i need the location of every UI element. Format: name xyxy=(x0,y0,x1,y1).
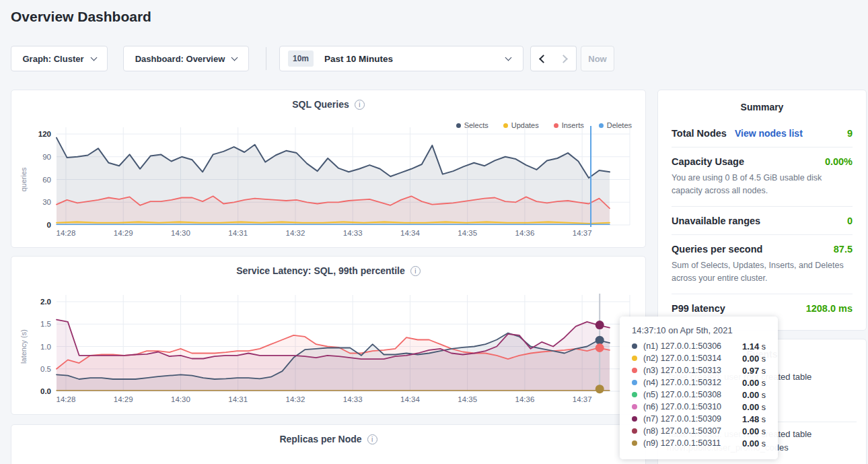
chevron-left-icon xyxy=(539,55,548,63)
chevron-down-icon xyxy=(505,54,512,61)
svg-text:14:35: 14:35 xyxy=(458,395,477,403)
tooltip-node-value: 1.48 s xyxy=(742,414,766,424)
summary-row-label: P99 latency xyxy=(672,303,725,314)
tooltip-node-value: 0.00 s xyxy=(742,426,766,436)
summary-row: Unavailable ranges0 xyxy=(672,206,853,234)
time-prev-button[interactable] xyxy=(530,46,554,71)
svg-text:queries: queries xyxy=(20,167,28,192)
service-latency-chart[interactable]: 0.00.51.01.52.014:2814:2914:3014:3114:32… xyxy=(11,257,645,414)
graph-scope-dropdown-label: Graph: Cluster xyxy=(22,54,83,64)
time-range-dropdown[interactable]: 10m Past 10 Minutes xyxy=(279,46,523,71)
svg-text:latency (s): latency (s) xyxy=(20,329,28,364)
node-color-dot-icon xyxy=(632,343,637,349)
svg-text:120: 120 xyxy=(38,130,51,138)
tooltip-node-label: (n5) 127.0.0.1:50308 xyxy=(643,390,721,399)
tooltip-row: (n7) 127.0.0.1:503091.48 s xyxy=(632,413,766,425)
summary-row-value: 87.5 xyxy=(834,244,853,255)
node-color-dot-icon xyxy=(632,404,637,409)
toolbar-divider xyxy=(266,47,266,70)
svg-text:14:30: 14:30 xyxy=(171,395,190,403)
summary-row-line: Unavailable ranges0 xyxy=(672,216,853,226)
summary-panel: Summary Total NodesView nodes list9Capac… xyxy=(657,90,867,331)
summary-row-value: 1208.0 ms xyxy=(806,303,853,314)
svg-text:1.0: 1.0 xyxy=(40,343,51,351)
tooltip-node-label: (n3) 127.0.0.1:50313 xyxy=(643,366,721,375)
page-title: Overview Dashboard xyxy=(11,9,151,25)
svg-text:14:37: 14:37 xyxy=(573,395,592,403)
time-range-badge: 10m xyxy=(288,51,314,67)
svg-text:90: 90 xyxy=(42,153,51,161)
tooltip-node-label: (n7) 127.0.0.1:50309 xyxy=(643,414,721,424)
tooltip-rows: (n1) 127.0.0.1:503061.14 s(n2) 127.0.0.1… xyxy=(632,340,766,449)
info-icon[interactable]: i xyxy=(367,434,377,444)
svg-text:14:34: 14:34 xyxy=(400,395,420,403)
svg-text:1.5: 1.5 xyxy=(40,320,51,328)
now-button[interactable]: Now xyxy=(581,46,614,71)
summary-header: Summary xyxy=(672,99,853,119)
node-color-dot-icon xyxy=(632,392,637,397)
summary-row-label: Total Nodes xyxy=(672,128,727,139)
overview-dashboard-page: Overview Dashboard Graph: Cluster Dashbo… xyxy=(0,0,868,464)
tooltip-node-label: (n2) 127.0.0.1:50314 xyxy=(643,354,721,363)
tooltip-row: (n4) 127.0.0.1:503120.00 s xyxy=(632,376,766,389)
svg-text:14:28: 14:28 xyxy=(57,395,76,403)
summary-row: Total NodesView nodes list9 xyxy=(672,119,853,147)
replicas-per-node-title: Replicas per Node i xyxy=(11,434,645,444)
summary-rows: Total NodesView nodes list9Capacity Usag… xyxy=(672,119,853,322)
sql-queries-chart[interactable]: 030609012014:2814:2914:3014:3114:3214:33… xyxy=(11,90,645,247)
tooltip-row: (n1) 127.0.0.1:503061.14 s xyxy=(632,340,766,352)
tooltip-row: (n3) 127.0.0.1:503130.97 s xyxy=(632,364,766,376)
summary-row-line: Capacity Usage0.00% xyxy=(672,156,853,167)
summary-row-description: You are using 0 B of 4.5 GiB usable disk… xyxy=(672,172,853,198)
summary-row-line: Total NodesView nodes list9 xyxy=(672,128,853,139)
svg-text:0.5: 0.5 xyxy=(40,365,51,373)
svg-text:14:28: 14:28 xyxy=(57,229,76,237)
summary-row-value: 9 xyxy=(847,128,853,139)
chart-hover-tooltip: 14:37:10 on Apr 5th, 2021 (n1) 127.0.0.1… xyxy=(620,317,778,459)
svg-text:14:29: 14:29 xyxy=(114,229,133,237)
svg-text:14:34: 14:34 xyxy=(400,229,420,237)
summary-row-description: Sum of Selects, Updates, Inserts, and De… xyxy=(672,259,853,286)
svg-text:30: 30 xyxy=(42,198,51,206)
time-range-label: Past 10 Minutes xyxy=(324,54,393,64)
view-nodes-list-link[interactable]: View nodes list xyxy=(735,128,803,139)
chevron-down-icon xyxy=(90,54,97,61)
tooltip-node-value: 0.97 s xyxy=(742,366,766,376)
tooltip-node-label: (n4) 127.0.0.1:50312 xyxy=(643,378,721,387)
svg-text:14:30: 14:30 xyxy=(171,229,190,237)
service-latency-panel: Service Latency: SQL, 99th percentile i … xyxy=(11,256,646,415)
sql-queries-panel: SQL Queries i SelectsUpdatesInsertsDelet… xyxy=(11,90,646,248)
svg-text:14:32: 14:32 xyxy=(286,229,305,237)
graph-scope-dropdown[interactable]: Graph: Cluster xyxy=(11,46,108,71)
tooltip-row: (n9) 127.0.0.1:503110.00 s xyxy=(632,437,766,449)
svg-text:14:29: 14:29 xyxy=(114,395,133,403)
summary-row-value: 0 xyxy=(847,216,853,226)
node-color-dot-icon xyxy=(632,416,637,422)
time-next-button[interactable] xyxy=(553,46,577,71)
tooltip-node-label: (n6) 127.0.0.1:50310 xyxy=(643,402,721,411)
tooltip-node-label: (n9) 127.0.0.1:50311 xyxy=(643,438,721,448)
node-color-dot-icon xyxy=(632,428,637,434)
dashboard-dropdown[interactable]: Dashboard: Overview xyxy=(123,46,249,71)
tooltip-node-value: 0.00 s xyxy=(742,378,766,388)
chevron-down-icon xyxy=(231,54,238,61)
summary-row-label: Queries per second xyxy=(672,244,762,255)
summary-row: Capacity Usage0.00%You are using 0 B of … xyxy=(672,147,853,206)
tooltip-row: (n8) 127.0.0.1:503070.00 s xyxy=(632,425,766,437)
tooltip-node-value: 0.00 s xyxy=(742,438,766,449)
svg-text:60: 60 xyxy=(42,176,51,184)
summary-row-value: 0.00% xyxy=(825,156,853,167)
summary-row: Queries per second87.5Sum of Selects, Up… xyxy=(672,234,853,294)
node-color-dot-icon xyxy=(632,440,637,446)
svg-text:14:36: 14:36 xyxy=(515,395,535,403)
svg-text:2.0: 2.0 xyxy=(40,298,51,306)
tooltip-node-label: (n8) 127.0.0.1:50307 xyxy=(643,426,721,436)
tooltip-node-value: 1.14 s xyxy=(742,341,766,352)
summary-row-label: Capacity Usage xyxy=(672,156,744,167)
tooltip-row: (n5) 127.0.0.1:503080.00 s xyxy=(632,389,766,401)
svg-text:0.0: 0.0 xyxy=(40,387,51,395)
tooltip-node-value: 0.00 s xyxy=(742,390,766,400)
summary-row-line: P99 latency1208.0 ms xyxy=(672,303,853,314)
svg-text:14:32: 14:32 xyxy=(286,395,305,403)
svg-text:14:36: 14:36 xyxy=(515,229,535,237)
